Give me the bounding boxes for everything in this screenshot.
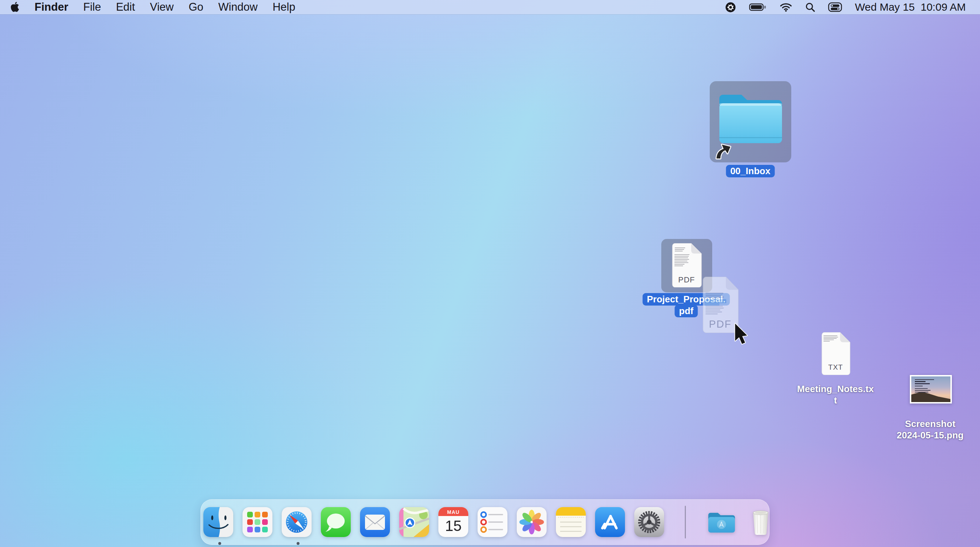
txt-file-icon: TXT bbox=[818, 332, 853, 377]
icon-label: Screenshot 2024-05-15.png bbox=[897, 418, 964, 441]
dock-notes-icon[interactable] bbox=[556, 507, 586, 537]
apple-menu-icon[interactable] bbox=[10, 2, 19, 13]
svg-text:TXT: TXT bbox=[828, 363, 843, 371]
menu-go[interactable]: Go bbox=[189, 0, 203, 14]
time-machine-icon[interactable] bbox=[725, 2, 736, 13]
menu-edit[interactable]: Edit bbox=[116, 0, 135, 14]
control-center-icon[interactable] bbox=[828, 2, 842, 12]
svg-text:15: 15 bbox=[445, 517, 462, 534]
dock-photos-icon[interactable] bbox=[517, 507, 547, 537]
dock-system-settings-icon[interactable] bbox=[634, 507, 664, 537]
svg-text:PDF: PDF bbox=[678, 275, 695, 284]
desktop-wallpaper: Finder File Edit View Go Window Help bbox=[0, 0, 980, 547]
menu-help[interactable]: Help bbox=[272, 0, 295, 14]
dock-separator bbox=[685, 506, 686, 539]
battery-icon[interactable] bbox=[749, 3, 767, 12]
dock-messages-icon[interactable] bbox=[321, 507, 351, 537]
wifi-icon[interactable] bbox=[780, 2, 792, 12]
dock-app-store-icon[interactable] bbox=[595, 507, 625, 537]
icon-label: Meeting_Notes.tx t bbox=[797, 383, 873, 406]
mouse-cursor bbox=[733, 323, 750, 348]
icon-label: 00_Inbox bbox=[726, 165, 775, 177]
menu-window[interactable]: Window bbox=[218, 0, 258, 14]
dock-launchpad-icon[interactable] bbox=[242, 507, 272, 537]
menu-clock[interactable]: Wed May 15 10:09 AM bbox=[855, 1, 966, 13]
alias-arrow-icon bbox=[713, 141, 732, 162]
menu-file[interactable]: File bbox=[83, 0, 101, 14]
dock-trash-icon[interactable] bbox=[746, 507, 776, 537]
finder-running-indicator bbox=[218, 542, 221, 545]
spotlight-icon[interactable] bbox=[805, 2, 815, 12]
menu-bar: Finder File Edit View Go Window Help bbox=[0, 0, 980, 14]
folder-icon bbox=[715, 89, 786, 148]
menu-app-name[interactable]: Finder bbox=[35, 0, 68, 14]
svg-text:PDF: PDF bbox=[709, 318, 732, 330]
dock-mail-icon[interactable] bbox=[360, 507, 390, 537]
dock-reminders-icon[interactable] bbox=[477, 507, 508, 537]
dock-safari-icon[interactable] bbox=[282, 507, 312, 537]
dock-maps-icon[interactable] bbox=[399, 507, 429, 537]
menu-view[interactable]: View bbox=[150, 0, 174, 14]
safari-running-indicator bbox=[297, 542, 299, 545]
dock-finder-icon[interactable] bbox=[203, 507, 233, 537]
dock-applications-folder-icon[interactable] bbox=[706, 507, 737, 537]
image-thumbnail bbox=[910, 375, 952, 404]
svg-text:MAU: MAU bbox=[447, 509, 460, 515]
dock-calendar-icon[interactable]: MAU 15 bbox=[438, 507, 468, 537]
